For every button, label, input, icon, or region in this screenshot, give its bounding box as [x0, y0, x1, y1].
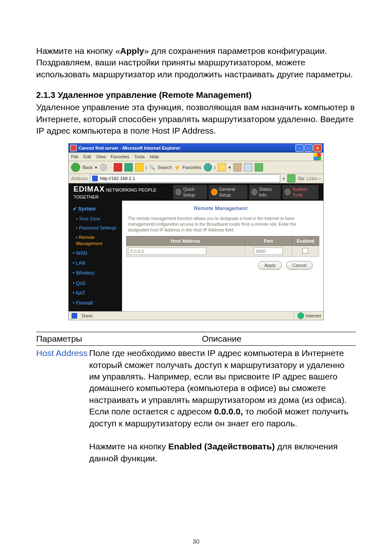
- host-address-input[interactable]: [128, 248, 206, 255]
- main-panel: Remote Management The remote management …: [122, 201, 323, 311]
- col-param: Параметры: [36, 332, 89, 346]
- windows-logo-icon: [314, 153, 321, 160]
- globe-icon: [211, 189, 217, 195]
- menu-edit[interactable]: Edit: [83, 154, 91, 160]
- globe-icon: [251, 189, 257, 195]
- sidebar-item-timezone[interactable]: • Time Zone: [69, 214, 122, 224]
- home-icon[interactable]: [135, 163, 143, 171]
- internet-zone-icon: [297, 312, 304, 319]
- desc-enabled-word: Enabled (Задействовать): [168, 442, 275, 451]
- sidebar-item-label: NAT: [76, 290, 85, 296]
- col-enabled: Enabled: [292, 236, 319, 246]
- minimize-icon[interactable]: –: [295, 144, 304, 152]
- print-icon[interactable]: [233, 163, 242, 171]
- address-dropdown-icon[interactable]: ▾: [283, 176, 285, 182]
- history-icon[interactable]: [204, 163, 212, 171]
- menu-view[interactable]: View: [96, 154, 106, 160]
- cancel-button[interactable]: Cancel: [286, 261, 313, 270]
- page-number: 30: [0, 537, 392, 546]
- messenger-icon[interactable]: [255, 163, 263, 171]
- sidebar-item-password[interactable]: • Password Settings: [69, 223, 122, 233]
- address-url: http://192.168.2.1: [100, 176, 135, 182]
- links-label[interactable]: Links »: [307, 176, 321, 182]
- sidebar-item-label: LAN: [76, 260, 85, 266]
- menu-tools[interactable]: Tools: [134, 154, 145, 160]
- side-menu: ✔ System • Time Zone • Password Settings…: [69, 201, 122, 311]
- tab-status-info[interactable]: Status Info: [249, 185, 281, 200]
- ie-icon: [70, 145, 77, 151]
- remote-table: Host Address Port Enabled: [126, 236, 319, 257]
- table-row: [127, 246, 319, 257]
- address-field[interactable]: http://192.168.2.1: [90, 174, 280, 183]
- maximize-icon[interactable]: □: [304, 144, 313, 152]
- intro-text-pre: Нажмите на кнопку «: [36, 46, 120, 56]
- search-label[interactable]: Search: [157, 164, 172, 171]
- status-bar: Done Internet: [69, 311, 323, 320]
- sidebar-item-wireless[interactable]: • Wireless: [69, 268, 122, 278]
- address-label: Address: [71, 176, 88, 182]
- port-input[interactable]: [254, 248, 283, 255]
- param-host-desc: Поле где необходимо ввести IP адрес комп…: [89, 346, 356, 466]
- go-icon[interactable]: [287, 174, 295, 183]
- param-host-address: Host Address: [36, 346, 89, 466]
- status-internet: Internet: [306, 313, 321, 319]
- tab-label: General Setup: [219, 186, 245, 199]
- menu-favorites[interactable]: Favorites: [111, 154, 129, 160]
- col-desc: Описание: [89, 332, 356, 346]
- menu-help[interactable]: Help: [150, 154, 159, 160]
- top-tabs: Quick Setup General Setup Status Info Sy…: [173, 185, 318, 200]
- globe-icon: [175, 189, 181, 195]
- window-titlebar[interactable]: Cannot find server - Microsoft Internet …: [69, 143, 323, 153]
- window-title: Cannot find server - Microsoft Internet …: [78, 145, 295, 151]
- tab-label: System Tools: [292, 186, 316, 199]
- tab-quick-setup[interactable]: Quick Setup: [173, 185, 207, 200]
- mail-icon[interactable]: [218, 163, 226, 171]
- favorites-icon[interactable]: ★: [174, 163, 180, 172]
- sidebar-item-label: QoS: [76, 280, 86, 286]
- sidebar-item-nat[interactable]: • NAT: [69, 288, 122, 298]
- section-body: Удаленное управление эта функция, позвол…: [36, 102, 356, 137]
- go-label[interactable]: Go: [298, 176, 304, 182]
- sidebar-item-label: Password Settings: [79, 225, 116, 230]
- back-label[interactable]: Back: [83, 164, 92, 171]
- sidebar-item-system[interactable]: ✔ System: [69, 204, 122, 214]
- sidebar-item-qos[interactable]: • QoS: [69, 278, 122, 288]
- apply-button[interactable]: Apply: [258, 261, 282, 270]
- done-icon: [71, 312, 78, 319]
- desc-text: Нажмите на кнопку: [89, 442, 168, 451]
- col-port: Port: [245, 236, 292, 246]
- ie-window: Cannot find server - Microsoft Internet …: [68, 143, 324, 320]
- panel-description: The remote management function allows yo…: [122, 215, 319, 236]
- sidebar-item-wan[interactable]: • WAN: [69, 248, 122, 258]
- close-icon[interactable]: ×: [314, 144, 322, 152]
- params-table: Параметры Описание Host Address Поле где…: [36, 332, 356, 466]
- sidebar-item-remote[interactable]: • Remote Management: [69, 233, 122, 248]
- refresh-icon[interactable]: [125, 163, 133, 171]
- desc-text: Поле где необходимо ввести IP адрес комп…: [89, 348, 347, 416]
- enabled-checkbox[interactable]: [302, 248, 308, 254]
- table-row: Host Address Поле где необходимо ввести …: [36, 346, 356, 466]
- tab-system-tools[interactable]: System Tools: [282, 185, 318, 200]
- tab-general-setup[interactable]: General Setup: [209, 185, 247, 200]
- edit-icon[interactable]: [244, 163, 252, 171]
- col-host: Host Address: [127, 236, 245, 246]
- forward-icon[interactable]: [100, 164, 107, 171]
- sidebar-item-label: Time Zone: [79, 216, 100, 221]
- tab-label: Quick Setup: [183, 186, 205, 199]
- search-icon[interactable]: 🔍: [149, 164, 155, 171]
- sidebar-item-label: Remote Management: [76, 235, 102, 246]
- back-icon[interactable]: [71, 163, 80, 172]
- page-icon: [92, 175, 98, 182]
- stop-icon[interactable]: [114, 163, 122, 171]
- toolbar: Back ▾ · | 🔍 Search ★ Favorites | ▾: [69, 161, 323, 174]
- favorites-label[interactable]: Favorites: [182, 164, 201, 171]
- sidebar-item-lan[interactable]: • LAN: [69, 258, 122, 268]
- sidebar-item-firewall[interactable]: • Firewall: [69, 298, 122, 308]
- brand-logo: EDIMAX: [74, 185, 105, 193]
- sidebar-item-label: Wireless: [76, 270, 95, 276]
- sidebar-item-label: System: [78, 206, 96, 212]
- tab-label: Status Info: [259, 186, 278, 199]
- menu-file[interactable]: File: [71, 154, 78, 160]
- logo-band: EDIMAX NETWORKING PEOPLE TOGETHER Quick …: [69, 183, 323, 201]
- intro-paragraph: Нажмите на кнопку «Apply» для сохранения…: [36, 45, 356, 80]
